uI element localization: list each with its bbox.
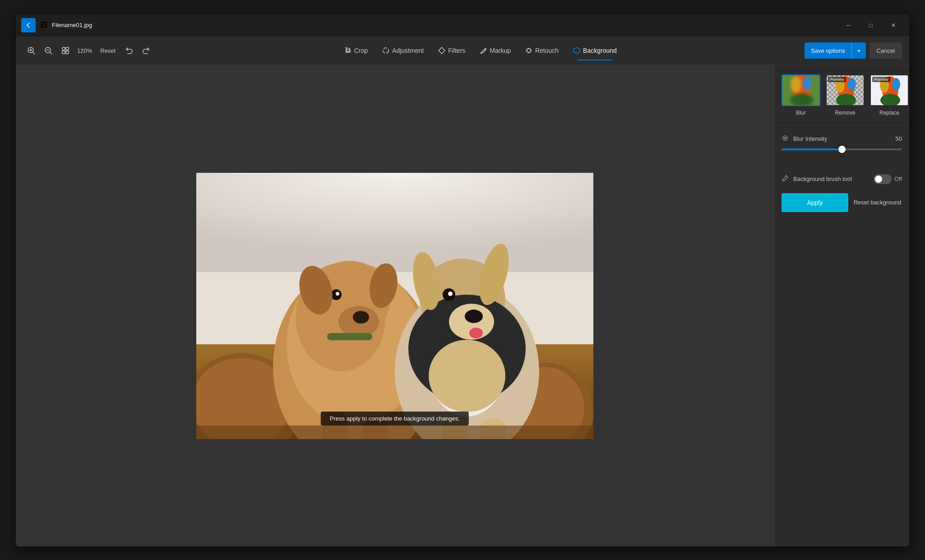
panel-separator-2 xyxy=(774,165,909,165)
filters-label: Filters xyxy=(448,47,465,54)
remove-mode-label: Remove xyxy=(835,110,856,116)
brush-tool-row: Background brush tool Off xyxy=(782,174,902,184)
scene-svg xyxy=(196,173,593,439)
svg-marker-12 xyxy=(439,47,445,54)
panel-separator-1 xyxy=(774,125,909,125)
blur-mode-label: Blur xyxy=(796,110,805,116)
undo-button[interactable] xyxy=(121,42,137,59)
apply-button[interactable]: Apply xyxy=(782,193,848,212)
replace-mode-thumb[interactable]: Preview Replace xyxy=(870,74,909,116)
status-bar: Press apply to complete the background c… xyxy=(321,412,469,426)
svg-rect-7 xyxy=(62,47,65,50)
zoom-fit-button[interactable] xyxy=(57,42,74,59)
svg-line-5 xyxy=(50,52,52,54)
blur-thumb-image xyxy=(782,75,820,106)
window-controls: ─ □ ✕ xyxy=(838,18,904,32)
svg-rect-9 xyxy=(62,51,65,54)
toolbar-right: Save options ▾ Cancel xyxy=(805,42,902,59)
remove-mode-thumb[interactable]: Preview xyxy=(826,74,865,116)
svg-rect-53 xyxy=(196,426,593,439)
blur-thumb-box[interactable] xyxy=(782,74,820,106)
filters-tool[interactable]: Filters xyxy=(431,44,472,57)
remove-thumb-box[interactable]: Preview xyxy=(826,74,865,106)
svg-point-44 xyxy=(469,328,483,338)
retouch-tool[interactable]: Retouch xyxy=(518,44,566,57)
back-button[interactable] xyxy=(21,18,36,32)
zoom-controls: 120% Reset xyxy=(23,42,154,59)
dog-scene-image xyxy=(196,173,593,439)
maximize-button[interactable]: □ xyxy=(860,18,881,32)
background-mode-thumbnails: Blur Preview xyxy=(782,74,902,116)
background-tool[interactable]: Background xyxy=(566,44,624,57)
svg-rect-10 xyxy=(66,51,69,54)
main-image xyxy=(196,173,593,439)
blur-slider-container xyxy=(782,143,902,156)
save-options-label: Save options xyxy=(805,47,851,54)
svg-rect-32 xyxy=(327,333,372,340)
adjustment-label: Adjustment xyxy=(392,47,424,54)
reset-button[interactable]: Reset xyxy=(96,46,120,56)
replace-mode-label: Replace xyxy=(879,110,899,116)
replace-preview-label: Preview xyxy=(872,77,890,82)
status-text: Press apply to complete the background c… xyxy=(330,415,460,422)
action-buttons: Apply Reset background xyxy=(782,193,902,212)
zoom-out-button[interactable] xyxy=(40,42,56,59)
svg-point-11 xyxy=(383,48,388,53)
svg-rect-8 xyxy=(66,47,69,50)
zoom-in-button[interactable] xyxy=(23,42,39,59)
adjustment-tool[interactable]: Adjustment xyxy=(375,44,431,57)
redo-button[interactable] xyxy=(138,42,154,59)
toggle-off-label: Off xyxy=(894,176,902,182)
canvas-area: Press apply to complete the background c… xyxy=(16,65,774,546)
replace-thumb-box[interactable]: Preview xyxy=(870,74,909,106)
blur-intensity-icon xyxy=(782,134,790,143)
right-panel: Blur Preview xyxy=(774,65,909,546)
svg-marker-14 xyxy=(574,47,580,54)
image-container: Press apply to complete the background c… xyxy=(196,173,593,439)
save-options-button[interactable]: Save options ▾ xyxy=(805,42,865,59)
svg-point-64 xyxy=(836,94,856,106)
cancel-button[interactable]: Cancel xyxy=(870,42,902,59)
crop-label: Crop xyxy=(354,47,368,54)
minimize-button[interactable]: ─ xyxy=(838,18,859,32)
brush-toggle[interactable] xyxy=(874,174,892,184)
svg-point-72 xyxy=(892,78,900,91)
svg-point-27 xyxy=(353,311,369,324)
markup-tool[interactable]: Markup xyxy=(472,44,518,57)
toggle-knob xyxy=(875,176,882,183)
title-bar: 🖼 Filename01.jpg ─ □ ✕ xyxy=(16,14,909,37)
svg-point-46 xyxy=(448,292,453,296)
blur-intensity-value: 50 xyxy=(891,135,902,142)
zoom-level: 120% xyxy=(74,47,95,54)
blur-slider-track[interactable] xyxy=(782,148,902,150)
svg-point-74 xyxy=(784,137,786,139)
svg-point-70 xyxy=(880,94,900,106)
file-name: Filename01.jpg xyxy=(52,22,838,28)
blur-intensity-section: Blur Intensity 50 xyxy=(782,134,902,156)
remove-preview-label: Preview xyxy=(828,77,846,82)
blur-slider-thumb[interactable] xyxy=(838,146,846,153)
file-icon: 🖼 xyxy=(40,21,48,29)
blur-intensity-label: Blur Intensity xyxy=(793,135,888,142)
markup-label: Markup xyxy=(490,47,511,54)
svg-point-43 xyxy=(465,310,483,323)
svg-point-29 xyxy=(336,292,339,296)
svg-point-58 xyxy=(803,76,812,91)
brush-toggle-group: Off xyxy=(874,174,902,184)
brush-tool-label: Background brush tool xyxy=(793,176,870,182)
svg-point-41 xyxy=(429,340,505,412)
svg-point-66 xyxy=(848,78,856,91)
svg-rect-16 xyxy=(196,173,593,272)
main-content: Press apply to complete the background c… xyxy=(16,65,909,546)
svg-line-1 xyxy=(33,52,35,54)
blur-slider-fill xyxy=(782,148,842,150)
close-button[interactable]: ✕ xyxy=(883,18,904,32)
reset-background-button[interactable]: Reset background xyxy=(853,193,902,212)
save-options-chevron-icon[interactable]: ▾ xyxy=(851,42,866,59)
app-window: 🖼 Filename01.jpg ─ □ ✕ xyxy=(16,14,909,546)
crop-tool[interactable]: Crop xyxy=(337,44,375,57)
blur-mode-thumb[interactable]: Blur xyxy=(782,74,820,116)
intensity-row: Blur Intensity 50 xyxy=(782,134,902,143)
toolbar: 120% Reset xyxy=(16,37,909,65)
retouch-label: Retouch xyxy=(535,47,559,54)
